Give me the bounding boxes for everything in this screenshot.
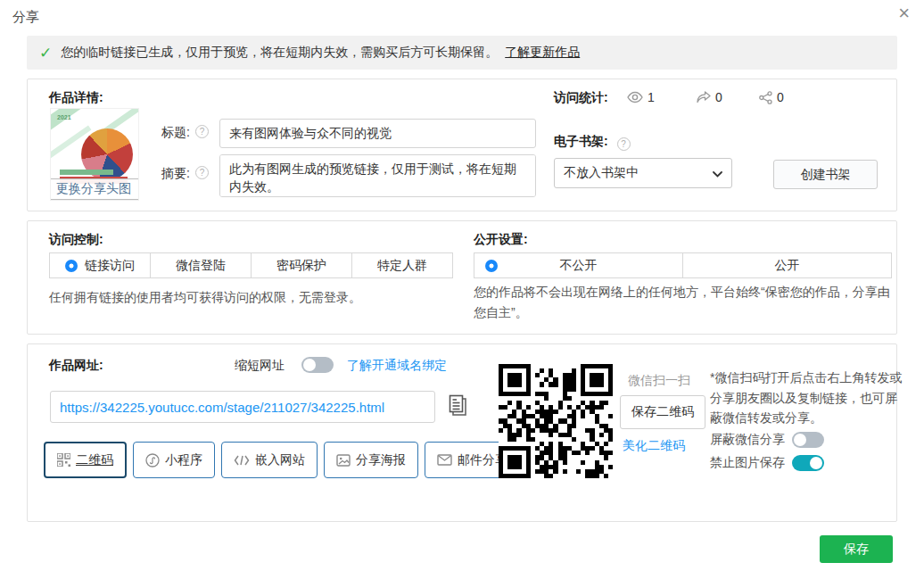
- chevron-down-icon: [713, 166, 722, 180]
- save-button[interactable]: 保存: [820, 535, 893, 563]
- tab-label: 分享海报: [356, 452, 406, 468]
- image-icon: [336, 454, 351, 467]
- title-input[interactable]: [219, 119, 536, 148]
- create-bookshelf-button[interactable]: 创建书架: [773, 160, 878, 189]
- access-control-label: 访问控制:: [49, 232, 103, 248]
- visibility-option-label: 公开: [775, 258, 800, 274]
- tab-label: 二维码: [76, 452, 113, 468]
- check-icon: ✓: [39, 44, 52, 62]
- bookshelf-select[interactable]: 不放入书架中: [554, 158, 732, 188]
- access-option-label: 微信登陆: [176, 258, 226, 274]
- visibility-option-private[interactable]: 不公开: [474, 253, 683, 277]
- access-settings-card: 访问控制: 链接访问 微信登陆 密码保护 特定人群 任何拥有链接的使用者均可获得…: [27, 220, 897, 335]
- work-details-label: 作品详情:: [49, 90, 103, 106]
- access-option-label: 链接访问: [85, 258, 135, 274]
- block-image-save-row: 禁止图片保存: [710, 455, 824, 471]
- bookshelf-selected-value: 不放入书架中: [564, 165, 639, 181]
- shares-count: 0: [777, 90, 784, 104]
- forwards-stat: 0: [697, 90, 722, 104]
- access-caption: 任何拥有链接的使用者均可获得访问的权限，无需登录。: [49, 287, 361, 308]
- tab-embed[interactable]: 嵌入网站: [221, 442, 318, 478]
- forward-arrow-icon: [697, 91, 711, 103]
- qr-code-image: [499, 364, 613, 478]
- access-option-password[interactable]: 密码保护: [252, 253, 352, 277]
- change-cover-button[interactable]: 更换分享头图: [50, 178, 139, 200]
- work-url-input[interactable]: [50, 391, 435, 423]
- alert-text: 您的临时链接已生成，仅用于预览，将在短期内失效，需购买后方可长期保留。: [61, 45, 498, 61]
- access-option-wechat[interactable]: 微信登陆: [151, 253, 252, 277]
- copy-icon[interactable]: [447, 394, 468, 420]
- title-help-icon[interactable]: ?: [195, 125, 209, 138]
- work-url-label: 作品网址:: [49, 358, 103, 374]
- thumb-year-text: 2021: [57, 114, 71, 120]
- save-qrcode-button[interactable]: 保存二维码: [620, 395, 705, 429]
- radio-selected-icon: [485, 260, 498, 272]
- block-wechat-share-toggle[interactable]: [792, 432, 824, 448]
- views-count: 1: [648, 90, 655, 104]
- code-icon: [234, 454, 250, 467]
- shorten-url-toggle[interactable]: [301, 357, 334, 373]
- wechat-note-text: *微信扫码打开后点击右上角转发或分享朋友圈以及复制链接，也可屏蔽微信转发或分享。: [710, 368, 908, 428]
- block-wechat-share-row: 屏蔽微信分享: [710, 432, 824, 448]
- tab-qrcode[interactable]: 二维码: [44, 442, 127, 478]
- bookshelf-label: 电子书架:: [554, 134, 608, 148]
- views-stat: 1: [627, 90, 655, 104]
- access-option-specific[interactable]: 特定人群: [352, 253, 452, 277]
- tab-label: 小程序: [165, 452, 202, 468]
- share-method-tabs: 二维码 小程序 嵌入网站 分享海报 邮件分享: [44, 442, 520, 478]
- tab-label: 嵌入网站: [255, 452, 305, 468]
- access-control-segmented: 链接访问 微信登陆 密码保护 特定人群: [49, 252, 453, 278]
- miniprogram-icon: [145, 453, 160, 468]
- access-option-link[interactable]: 链接访问: [50, 253, 151, 277]
- visibility-segmented: 不公开 公开: [474, 252, 892, 278]
- block-wechat-share-label: 屏蔽微信分享: [710, 432, 785, 448]
- access-option-label: 特定人群: [377, 258, 427, 274]
- eye-icon: [627, 91, 643, 103]
- shares-stat: 0: [759, 90, 784, 104]
- access-option-label: 密码保护: [276, 258, 326, 274]
- forwards-count: 0: [715, 90, 722, 104]
- visibility-caption: 您的作品将不会出现在网络上的任何地方，平台始终“保密您的作品，分享由您自主”。: [474, 282, 898, 323]
- share-url-card: 作品网址: 缩短网址 了解开通域名绑定 二维码 小程序 嵌入网站 分享海报 邮件…: [27, 343, 897, 522]
- visibility-option-public[interactable]: 公开: [683, 253, 891, 277]
- close-icon[interactable]: ×: [898, 4, 910, 23]
- domain-binding-link[interactable]: 了解开通域名绑定: [347, 358, 447, 374]
- title-label: 标题:: [161, 125, 190, 141]
- visit-stats-label: 访问统计:: [554, 90, 608, 106]
- qrcode-icon: [57, 453, 70, 467]
- radio-selected-icon: [65, 260, 78, 272]
- beautify-qrcode-link[interactable]: 美化二维码: [623, 438, 685, 454]
- work-details-card: 作品详情: 2021 更换分享头图 标题: ? 摘要: ? 此为有图网生成的预览…: [27, 79, 897, 211]
- public-settings-label: 公开设置:: [474, 232, 528, 248]
- summary-help-icon[interactable]: ?: [195, 166, 209, 179]
- block-image-save-label: 禁止图片保存: [710, 455, 785, 471]
- tab-poster[interactable]: 分享海报: [324, 442, 418, 478]
- thumb-text-bar: [60, 170, 113, 175]
- summary-textarea[interactable]: 此为有图网生成的预览链接，仅用于测试，将在短期内失效。: [219, 154, 536, 197]
- bookshelf-help-icon[interactable]: ?: [617, 137, 631, 151]
- temp-link-alert: ✓ 您的临时链接已生成，仅用于预览，将在短期内失效，需购买后方可长期保留。 了解…: [27, 36, 897, 70]
- summary-label: 摘要:: [161, 166, 190, 182]
- tab-miniprogram[interactable]: 小程序: [133, 442, 215, 478]
- block-image-save-toggle[interactable]: [792, 455, 824, 471]
- dialog-title: 分享: [12, 9, 39, 26]
- learn-update-link[interactable]: 了解更新作品: [505, 45, 580, 61]
- share-nodes-icon: [759, 91, 772, 104]
- visibility-option-label: 不公开: [560, 258, 598, 274]
- wechat-scan-hint: 微信扫一扫: [628, 373, 690, 389]
- work-thumbnail: 2021 更换分享头图: [50, 108, 139, 201]
- shorten-url-label: 缩短网址: [235, 358, 285, 374]
- envelope-icon: [437, 454, 452, 466]
